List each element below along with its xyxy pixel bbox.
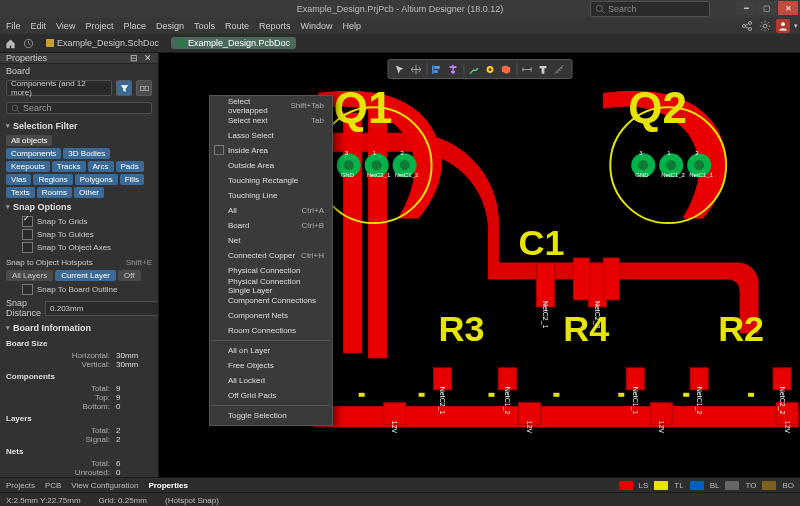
seg-all-layers[interactable]: All Layers <box>6 270 53 281</box>
panel-close-icon[interactable]: ✕ <box>144 53 152 63</box>
chip-vias[interactable]: Vias <box>6 174 31 185</box>
tool-select-icon[interactable] <box>394 63 406 75</box>
history-icon[interactable] <box>22 37 34 49</box>
chk-snap-axes[interactable] <box>22 242 33 253</box>
menu-file[interactable]: File <box>6 21 21 31</box>
chip-all-objects[interactable]: All objects <box>6 135 52 146</box>
window-maximize[interactable]: ▢ <box>757 1 777 15</box>
tab-pcb[interactable]: Example_Design.PcbDoc <box>171 37 296 49</box>
chip-fills[interactable]: Fills <box>120 174 144 185</box>
ctx-toggle-selection[interactable]: Toggle Selection <box>210 408 332 423</box>
panel-search[interactable]: Search <box>6 102 152 114</box>
seg-off[interactable]: Off <box>118 270 141 281</box>
menu-route[interactable]: Route <box>225 21 249 31</box>
svg-rect-75 <box>434 66 440 69</box>
tool-route-icon[interactable] <box>468 63 480 75</box>
ctx-touching-line[interactable]: Touching Line <box>210 188 332 203</box>
ctx-inside-area[interactable]: Inside Area <box>210 143 332 158</box>
share-icon[interactable] <box>740 19 754 33</box>
title-bar: Example_Design.PrjPcb - Altium Designer … <box>0 0 800 18</box>
ctx-physical-connection-single[interactable]: Physical Connection Single Layer <box>210 278 332 293</box>
ctx-outside-area[interactable]: Outside Area <box>210 158 332 173</box>
svg-point-2 <box>743 25 746 28</box>
user-avatar[interactable] <box>776 19 790 33</box>
ctx-lasso-select[interactable]: Lasso Select <box>210 128 332 143</box>
ctx-all-on-layer[interactable]: All on Layer <box>210 343 332 358</box>
chip-tracks[interactable]: Tracks <box>52 161 86 172</box>
chip-keepouts[interactable]: Keepouts <box>6 161 50 172</box>
ctx-touching-rectangle[interactable]: Touching Rectangle <box>210 173 332 188</box>
svg-text:12V: 12V <box>784 421 791 434</box>
ctx-off-grid-pads[interactable]: Off Grid Pads <box>210 388 332 403</box>
tool-dimension-icon[interactable] <box>521 63 533 75</box>
ctx-free-objects[interactable]: Free Objects <box>210 358 332 373</box>
chip-rooms[interactable]: Rooms <box>37 187 72 198</box>
chip-regions[interactable]: Regions <box>33 174 72 185</box>
swatch-tl[interactable] <box>654 481 668 490</box>
ctx-all[interactable]: AllCtrl+A <box>210 203 332 218</box>
user-dropdown[interactable]: ▾ <box>794 22 798 30</box>
settings-icon[interactable] <box>758 19 772 33</box>
ctx-room-connections[interactable]: Room Connections <box>210 323 332 338</box>
chk-snap-guides[interactable] <box>22 229 33 240</box>
tab-view-config[interactable]: View Configuration <box>71 481 138 490</box>
segment-toggle[interactable] <box>136 80 152 96</box>
swatch-bl[interactable] <box>690 481 704 490</box>
swatch-bo[interactable] <box>762 481 776 490</box>
global-search[interactable]: Search <box>590 1 710 17</box>
panel-tabs: Projects PCB View Configuration Properti… <box>0 477 800 492</box>
tab-projects[interactable]: Projects <box>6 481 35 490</box>
chip-3d-bodies[interactable]: 3D Bodies <box>63 148 110 159</box>
chip-texts[interactable]: Texts <box>6 187 35 198</box>
tool-poly-icon[interactable] <box>500 63 512 75</box>
swatch-ls[interactable] <box>619 481 633 490</box>
section-snap-options[interactable]: Snap Options <box>0 199 158 215</box>
ctx-select-next[interactable]: Select nextTab <box>210 113 332 128</box>
menu-window[interactable]: Window <box>301 21 333 31</box>
tab-schematic[interactable]: Example_Design.SchDoc <box>40 37 165 49</box>
tool-move-icon[interactable] <box>410 63 422 75</box>
chip-polygons[interactable]: Polygons <box>75 174 118 185</box>
tool-measure-icon[interactable] <box>553 63 565 75</box>
chip-arcs[interactable]: Arcs <box>88 161 114 172</box>
tool-via-icon[interactable] <box>484 63 496 75</box>
tool-align-center-icon[interactable] <box>447 63 459 75</box>
pcb-canvas[interactable]: Q1 Q2 C1 R3 R4 R2 3GND 1NetC2_1 2NetC1_2… <box>159 53 800 477</box>
section-selection-filter[interactable]: Selection Filter <box>0 118 158 134</box>
chk-board-outline[interactable] <box>22 284 33 295</box>
menu-place[interactable]: Place <box>123 21 146 31</box>
tab-properties[interactable]: Properties <box>148 481 188 490</box>
window-minimize[interactable]: ━ <box>736 1 756 15</box>
tool-align-left-icon[interactable] <box>431 63 443 75</box>
chip-pads[interactable]: Pads <box>116 161 144 172</box>
menu-project[interactable]: Project <box>85 21 113 31</box>
menu-reports[interactable]: Reports <box>259 21 291 31</box>
ctx-net[interactable]: Net <box>210 233 332 248</box>
chip-components[interactable]: Components <box>6 148 61 159</box>
ctx-component-connections[interactable]: Component Connections <box>210 293 332 308</box>
tool-text-icon[interactable] <box>537 63 549 75</box>
ctx-all-locked[interactable]: All Locked <box>210 373 332 388</box>
chk-snap-grids[interactable] <box>22 216 33 227</box>
ctx-select-overlapped[interactable]: Select overlappedShift+Tab <box>210 98 332 113</box>
swatch-to[interactable] <box>725 481 739 490</box>
tab-pcb-panel[interactable]: PCB <box>45 481 61 490</box>
window-close[interactable]: ✕ <box>778 1 798 15</box>
panel-pin-icon[interactable]: ⊟ <box>130 53 138 63</box>
menu-help[interactable]: Help <box>343 21 362 31</box>
scope-dropdown[interactable]: Components (and 12 more) <box>6 80 112 96</box>
ctx-connected-copper[interactable]: Connected CopperCtrl+H <box>210 248 332 263</box>
ctx-board[interactable]: BoardCtrl+B <box>210 218 332 233</box>
section-board-info[interactable]: Board Information <box>0 320 158 336</box>
snap-distance-input[interactable] <box>45 301 159 316</box>
menu-tools[interactable]: Tools <box>194 21 215 31</box>
ctx-component-nets[interactable]: Component Nets <box>210 308 332 323</box>
svg-text:NetC2_2: NetC2_2 <box>593 301 601 329</box>
home-icon[interactable] <box>4 37 16 49</box>
menu-view[interactable]: View <box>56 21 75 31</box>
funnel-icon[interactable] <box>116 80 132 96</box>
seg-current-layer[interactable]: Current Layer <box>55 270 116 281</box>
chip-other[interactable]: Other <box>74 187 104 198</box>
menu-design[interactable]: Design <box>156 21 184 31</box>
menu-edit[interactable]: Edit <box>31 21 47 31</box>
